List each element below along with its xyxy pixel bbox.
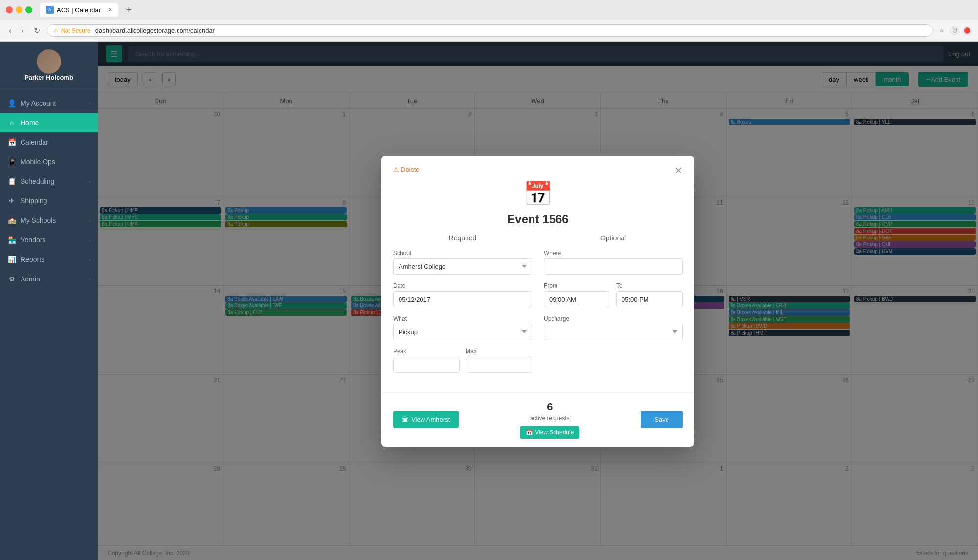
- optional-label: Optional: [544, 234, 683, 242]
- active-requests-count: 6: [520, 401, 579, 413]
- from-group: From: [544, 282, 610, 307]
- save-button[interactable]: Save: [641, 411, 683, 428]
- modal-overlay[interactable]: ⚠ Delete ✕ 📅 Event 1566 Required: [98, 42, 978, 560]
- tab-close-icon[interactable]: ✕: [108, 6, 112, 13]
- chevron-icon: ›: [89, 257, 90, 262]
- address-bar[interactable]: ⚠ Not Secure dashboard.allcollegestorage…: [47, 24, 933, 37]
- delete-label: Delete: [401, 166, 420, 173]
- bookmark-icon[interactable]: ☆: [937, 26, 947, 36]
- browser-dots: [6, 6, 32, 13]
- sidebar-item-admin[interactable]: ⚙ Admin ›: [0, 269, 98, 289]
- to-input[interactable]: [616, 291, 683, 307]
- browser-titlebar: A ACS | Calendar ✕ +: [0, 0, 978, 20]
- my-schools-icon: 🏫: [8, 216, 16, 224]
- sidebar-item-calendar[interactable]: 📅 Calendar: [0, 132, 98, 152]
- where-label: Where: [544, 250, 683, 257]
- sidebar-nav: 👤 My Account › ⌂ Home 📅 Calendar 📱 Mobil…: [0, 89, 98, 560]
- chevron-icon: ›: [89, 218, 90, 223]
- sidebar-item-home[interactable]: ⌂ Home: [0, 113, 98, 132]
- from-label: From: [544, 282, 610, 289]
- upcharge-group: Upcharge: [544, 315, 683, 340]
- max-label: Max: [466, 348, 532, 355]
- sidebar-item-reports[interactable]: 📊 Reports ›: [0, 250, 98, 269]
- delete-button[interactable]: ⚠ Delete: [393, 166, 420, 173]
- schedule-icon: 📅: [526, 429, 533, 436]
- forward-button[interactable]: ›: [18, 24, 26, 37]
- sidebar-label-calendar: Calendar: [21, 138, 90, 146]
- peak-group: Peak: [393, 348, 460, 373]
- refresh-button[interactable]: ↻: [31, 24, 43, 37]
- warning-icon: ⚠: [393, 166, 399, 173]
- ext-icon-1[interactable]: 🛡: [950, 26, 959, 36]
- sidebar-item-mobile-ops[interactable]: 📱 Mobile Ops: [0, 152, 98, 172]
- sidebar-label-scheduling: Scheduling: [21, 177, 84, 185]
- view-schedule-label: View Schedule: [535, 429, 574, 436]
- back-button[interactable]: ‹: [6, 24, 14, 37]
- school-group: School Amherst College Other School: [393, 250, 532, 275]
- sidebar-label-reports: Reports: [21, 256, 84, 263]
- date-input[interactable]: [393, 291, 532, 307]
- from-to-row: From To: [544, 282, 683, 315]
- date-label: Date: [393, 282, 532, 289]
- from-input[interactable]: [544, 291, 610, 307]
- tab-favicon: A: [46, 6, 54, 14]
- scheduling-icon: 📋: [8, 177, 16, 185]
- admin-icon: ⚙: [8, 275, 16, 283]
- ext-icon-2[interactable]: 🔴: [962, 26, 972, 36]
- max-group: Max: [466, 348, 532, 373]
- max-input[interactable]: [466, 357, 532, 373]
- maximize-dot[interactable]: [25, 6, 32, 13]
- calendar-icon: 📅: [523, 180, 553, 208]
- amherst-icon: 🏛: [402, 416, 408, 423]
- chevron-icon: ›: [89, 179, 90, 184]
- sidebar-item-my-schools[interactable]: 🏫 My Schools ›: [0, 211, 98, 230]
- school-select[interactable]: Amherst College Other School: [393, 258, 532, 275]
- sidebar-label-account: My Account: [21, 99, 84, 107]
- sidebar-user: Parker Holcomb: [0, 42, 98, 89]
- peak-max-row: Peak Max: [393, 348, 532, 381]
- modal-icon: 📅: [381, 175, 694, 213]
- minimize-dot[interactable]: [16, 6, 22, 13]
- new-tab-button[interactable]: +: [122, 3, 135, 17]
- what-group: What Pickup Delivery Boxes Available: [393, 315, 532, 340]
- sidebar-item-shipping[interactable]: ✈ Shipping: [0, 191, 98, 211]
- sidebar: Parker Holcomb 👤 My Account › ⌂ Home 📅 C…: [0, 42, 98, 560]
- app: Parker Holcomb 👤 My Account › ⌂ Home 📅 C…: [0, 42, 978, 560]
- account-icon: 👤: [8, 99, 16, 107]
- upcharge-label: Upcharge: [544, 315, 683, 322]
- url-prefix: Not Secure: [61, 27, 90, 34]
- what-label: What: [393, 315, 532, 322]
- url-text: dashboard.allcollegestorage.com/calendar: [95, 27, 215, 34]
- what-select[interactable]: Pickup Delivery Boxes Available: [393, 324, 532, 340]
- peak-label: Peak: [393, 348, 460, 355]
- to-label: To: [616, 282, 683, 289]
- modal-title: Event 1566: [381, 213, 694, 234]
- nav-icons: ☆ 🛡 🔴: [937, 26, 972, 36]
- sidebar-label-admin: Admin: [21, 275, 84, 283]
- peak-input[interactable]: [393, 357, 460, 373]
- sidebar-label-home: Home: [21, 119, 90, 127]
- view-amherst-button[interactable]: 🏛 View Amherst: [393, 411, 459, 428]
- sidebar-item-account[interactable]: 👤 My Account ›: [0, 93, 98, 113]
- vendors-icon: 🏪: [8, 236, 16, 244]
- sidebar-label-mobile-ops: Mobile Ops: [21, 158, 90, 166]
- view-schedule-button[interactable]: 📅 View Schedule: [520, 426, 579, 439]
- modal-close-button[interactable]: ✕: [674, 166, 683, 175]
- chevron-icon: ›: [89, 237, 90, 243]
- close-dot[interactable]: [6, 6, 13, 13]
- browser-tab[interactable]: A ACS | Calendar ✕: [40, 3, 118, 17]
- modal-body: Required School Amherst College Other Sc…: [381, 234, 694, 392]
- sidebar-item-vendors[interactable]: 🏪 Vendors ›: [0, 230, 98, 250]
- sidebar-item-scheduling[interactable]: 📋 Scheduling ›: [0, 172, 98, 191]
- sidebar-username: Parker Holcomb: [24, 74, 73, 81]
- calendar-icon: 📅: [8, 138, 16, 146]
- view-amherst-label: View Amherst: [411, 416, 450, 423]
- chevron-icon: ›: [89, 277, 90, 282]
- school-label: School: [393, 250, 532, 257]
- sidebar-label-my-schools: My Schools: [21, 216, 84, 224]
- required-section: Required School Amherst College Other Sc…: [393, 234, 532, 381]
- reports-icon: 📊: [8, 256, 16, 263]
- modal-header: ⚠ Delete ✕: [381, 156, 694, 175]
- upcharge-select[interactable]: [544, 324, 683, 340]
- where-input[interactable]: [544, 258, 683, 275]
